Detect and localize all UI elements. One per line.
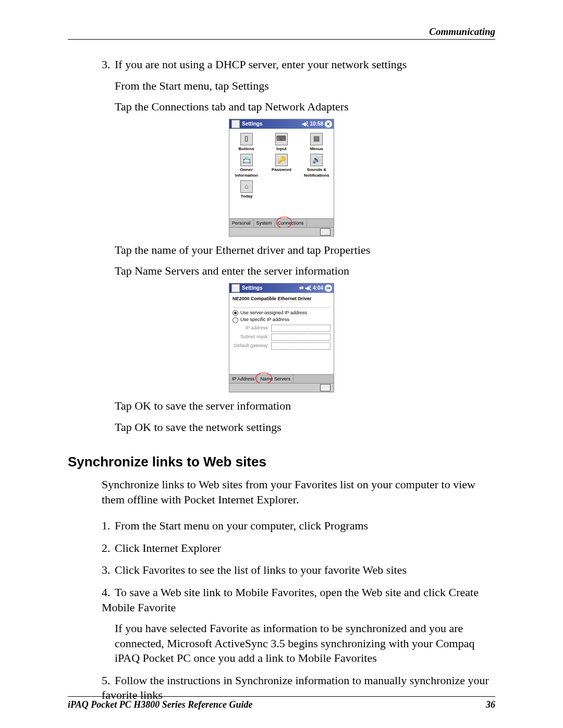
step-4-extra: If you have selected Favorite as informa… xyxy=(102,621,495,666)
keyboard-icon[interactable] xyxy=(320,228,331,236)
footer-title: iPAQ Pocket PC H3800 Series Reference Gu… xyxy=(68,699,253,710)
field-label: IP address: xyxy=(232,325,269,331)
settings-icon-sounds[interactable]: 🔊Sounds & Notifications xyxy=(302,154,332,178)
menus-icon: ▤ xyxy=(310,133,323,145)
step-text: Click Favorites to see the list of links… xyxy=(115,563,407,576)
settings-icon-today[interactable]: ⌂Today xyxy=(231,180,262,199)
step-number: 5. xyxy=(102,673,115,688)
step3-sub5: Tap OK to save the server information xyxy=(115,399,495,414)
step-text: To save a Web site link to Mobile Favori… xyxy=(102,586,479,614)
password-icon: 🔑 xyxy=(275,154,288,166)
step-text: Click Internet Explorer xyxy=(115,541,221,554)
today-icon: ⌂ xyxy=(240,180,253,193)
section-heading-sync: Synchronize links to Web sites xyxy=(68,453,495,471)
row-ip-address: IP address: ... xyxy=(232,325,331,332)
ip-address-input[interactable]: ... xyxy=(271,325,331,332)
windows-logo-icon xyxy=(231,284,240,292)
step-number: 1. xyxy=(102,519,115,534)
radio-label: Use specific IP address xyxy=(240,317,289,323)
step-3: 3.If you are not using a DHCP server, en… xyxy=(102,57,495,72)
icon-label: Password xyxy=(266,167,296,172)
tab-ip-address[interactable]: IP Address xyxy=(229,375,258,383)
section-intro: Synchronize links to Web sites from your… xyxy=(102,477,495,507)
step-text: Follow the instructions in Synchronize i… xyxy=(102,674,489,702)
field-label: Default gateway: xyxy=(232,343,269,349)
input-icon: ⌨ xyxy=(275,133,288,145)
close-icon[interactable]: ✕ xyxy=(325,120,332,128)
row-gateway: Default gateway: ... xyxy=(232,342,331,350)
subnet-input[interactable]: ... xyxy=(271,334,331,341)
row-subnet: Subnet mask: ... xyxy=(232,334,331,341)
buttons-icon: ▯ xyxy=(240,133,253,145)
sync-step-1: 1.From the Start menu on your computer, … xyxy=(102,519,495,534)
highlight-circle-connections xyxy=(276,217,292,228)
icon-label: Buttons xyxy=(231,146,261,152)
sync-step-3: 3.Click Favorites to see the list of lin… xyxy=(102,563,495,578)
ppc2-clock: 4:04 xyxy=(313,283,323,293)
connectivity-icon: ⇄ xyxy=(299,283,303,293)
radio-specific-ip[interactable]: Use specific IP address xyxy=(232,317,331,323)
ok-button[interactable]: ok xyxy=(325,285,332,292)
ppc2-tabbar: IP Address Name Servers xyxy=(229,374,334,383)
settings-icon-password[interactable]: 🔑Password xyxy=(266,154,296,178)
driver-heading: NE2000 Compatible Ethernet Driver xyxy=(232,296,331,302)
ppc2-title: Settings xyxy=(242,283,262,293)
icon-label: Input xyxy=(266,146,296,152)
step3-sub6: Tap OK to save the network settings xyxy=(115,420,495,435)
radio-dot-empty-icon xyxy=(232,317,238,323)
step3-sub3: Tap the name of your Ethernet driver and… xyxy=(115,243,495,258)
header-rule xyxy=(68,39,495,40)
step-text: If you are not using a DHCP server, ente… xyxy=(115,58,407,71)
ppc2-bottombar xyxy=(229,383,334,392)
settings-icon-buttons[interactable]: ▯Buttons xyxy=(231,133,261,152)
sync-step-5: 5.Follow the instructions in Synchronize… xyxy=(102,673,495,703)
step-number: 3. xyxy=(102,563,115,578)
ppc1-titlebar: Settings ◀ξ 10:58 ✕ xyxy=(229,119,334,129)
figure-settings-grid: Settings ◀ξ 10:58 ✕ ▯Buttons ⌨Input ▤Men… xyxy=(68,119,495,237)
step3-sub2: Tap the Connections tab and tap Network … xyxy=(115,100,495,115)
step-text: From the Start menu on your computer, cl… xyxy=(115,519,368,532)
radio-server-assigned[interactable]: Use server-assigned IP address xyxy=(232,310,331,316)
radio-dot-selected-icon xyxy=(232,310,238,316)
step3-sub4: Tap Name Servers and enter the server in… xyxy=(115,264,495,279)
header-section-title: Communicating xyxy=(429,26,495,38)
sync-step-4: 4.To save a Web site link to Mobile Favo… xyxy=(102,585,495,666)
settings-icon-input[interactable]: ⌨Input xyxy=(266,133,296,152)
settings-icon-owner[interactable]: 📇Owner Information xyxy=(231,154,261,178)
figure-ip-settings: Settings ⇄ ◀ξ 4:04 ok NE2000 Compatible … xyxy=(68,283,495,392)
radio-label: Use server-assigned IP address xyxy=(240,310,307,316)
ppc1-title: Settings xyxy=(242,119,262,129)
keyboard-icon[interactable] xyxy=(320,384,331,391)
step3-sub1: From the Start menu, tap Settings xyxy=(115,79,495,94)
icon-label: Menus xyxy=(302,146,332,152)
ppc2-titlebar: Settings ⇄ ◀ξ 4:04 ok xyxy=(229,283,334,293)
step-number: 3. xyxy=(102,57,115,72)
ppc1-bottombar xyxy=(229,227,334,236)
speaker-icon: ◀ξ xyxy=(302,119,308,129)
ppc1-tabbar: Personal System Connections xyxy=(229,218,334,227)
sounds-icon: 🔊 xyxy=(310,154,323,166)
icon-label: Today xyxy=(231,194,262,199)
tab-system[interactable]: System xyxy=(254,219,275,227)
page-number: 36 xyxy=(486,699,495,710)
step-number: 4. xyxy=(102,585,115,600)
icon-label: Owner Information xyxy=(231,167,261,178)
owner-icon: 📇 xyxy=(240,154,253,166)
settings-icon-menus[interactable]: ▤Menus xyxy=(302,133,332,152)
highlight-circle-name-servers xyxy=(255,373,272,384)
step-number: 2. xyxy=(102,541,115,556)
icon-label: Sounds & Notifications xyxy=(302,167,332,178)
speaker-icon: ◀ξ xyxy=(305,283,311,293)
tab-personal[interactable]: Personal xyxy=(229,219,254,227)
sync-step-2: 2.Click Internet Explorer xyxy=(102,541,495,556)
field-label: Subnet mask: xyxy=(232,334,269,340)
gateway-input[interactable]: ... xyxy=(271,342,331,350)
windows-logo-icon xyxy=(231,120,240,128)
footer-rule xyxy=(68,696,495,697)
ppc1-clock: 10:58 xyxy=(310,119,323,129)
